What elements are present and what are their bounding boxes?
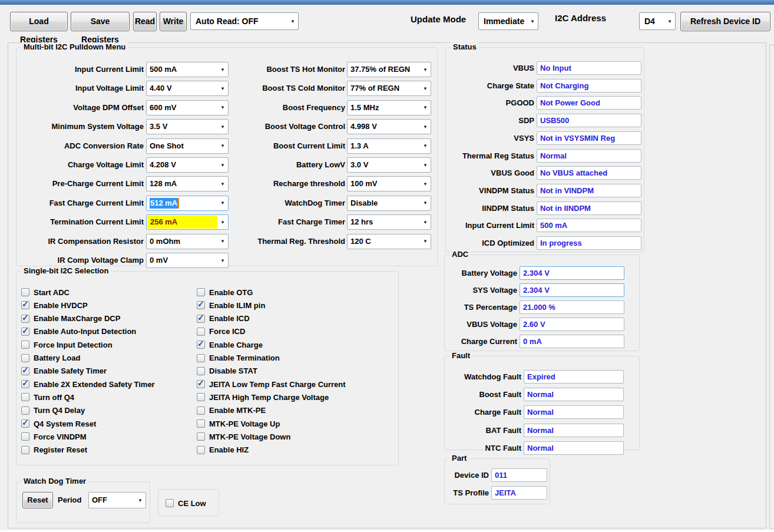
update-mode-label: Update Mode <box>411 14 466 24</box>
dropdown-arrow-icon: ▼ <box>135 498 145 503</box>
recharge-threshold-dropdown[interactable]: 100 mV▼ <box>347 176 431 191</box>
singlebit-group-title: Single-bit I2C Selection <box>21 266 111 275</box>
checkbox-icon: ✓ <box>197 341 205 349</box>
checkbox-icon <box>21 407 29 415</box>
app-window: Load Registers Save Registers Read Write… <box>0 0 774 530</box>
pre-charge-current-limit-value: 128 mA <box>147 177 217 190</box>
checkbox-icon <box>197 432 205 441</box>
checkbox-icon <box>197 354 205 362</box>
update-mode-value: Immediate <box>479 16 527 26</box>
read-button[interactable]: Read <box>133 12 157 31</box>
vsys-value: Not in VSYSMIN Reg <box>537 131 641 145</box>
enable-termination-checkbox[interactable]: Enable Termination <box>197 353 280 364</box>
force-input-detection-checkbox[interactable]: Force Input Detection <box>21 339 113 350</box>
enable-icd-checkbox[interactable]: ✓Enable ICD <box>197 313 250 324</box>
charge-voltage-limit-label: Charge Voltage Limit <box>16 160 144 170</box>
write-button[interactable]: Write <box>160 12 187 31</box>
enable-ilim-pin-label: Enable ILIM pin <box>209 301 265 310</box>
q4-system-reset-checkbox[interactable]: ✓Q4 System Reset <box>21 418 96 429</box>
enable-maxcharge-dcp-checkbox[interactable]: ✓Enable MaxCharge DCP <box>21 313 120 324</box>
enable-auto-input-detection-checkbox[interactable]: ✓Enable Auto-Input Detection <box>21 326 136 337</box>
battery-voltage-value: 2.304 V <box>520 266 624 280</box>
watchdog-period-dropdown[interactable]: OFF ▼ <box>88 492 146 508</box>
watchdog-group-title: Watch Dog Timer <box>21 477 88 485</box>
ir-compensation-resistor-value: 0 mOhm <box>147 235 217 248</box>
boost-ts-hot-monitor-dropdown[interactable]: 37.75% of REGN▼ <box>347 62 431 77</box>
auto-read-dropdown[interactable]: Auto Read: OFF ▼ <box>190 12 299 30</box>
dropdown-arrow-icon: ▼ <box>420 67 431 72</box>
watchdog-reset-button[interactable]: Reset <box>22 492 53 508</box>
enable-hvdcp-checkbox[interactable]: ✓Enable HVDCP <box>21 300 88 310</box>
thermal-reg-threshold-value: 120 C <box>348 235 420 248</box>
check-icon: ✓ <box>197 339 204 348</box>
window-accent-bar <box>0 0 774 5</box>
mtk-pe-voltage-down-checkbox[interactable]: MTK-PE Voltage Down <box>197 431 290 442</box>
check-icon: ✓ <box>197 299 204 309</box>
thermal-reg-threshold-dropdown[interactable]: 120 C▼ <box>347 234 431 249</box>
battery-load-checkbox[interactable]: Battery Load <box>21 353 80 364</box>
turn-q4-delay-checkbox[interactable]: Turn Q4 Delay <box>21 405 85 416</box>
checkbox-icon <box>197 393 205 401</box>
adc-groupbox: ADC Battery Voltage2.304 VSYS Voltage2.3… <box>444 255 640 351</box>
fast-charge-timer-dropdown[interactable]: 12 hrs▼ <box>347 214 431 230</box>
vbus-voltage-label: VBUS Voltage <box>445 319 517 330</box>
turn-off-q4-checkbox[interactable]: Turn off Q4 <box>21 392 74 402</box>
disable-stat-checkbox[interactable]: Disable STAT <box>197 366 257 376</box>
dropdown-arrow-icon: ▼ <box>287 19 298 24</box>
enable-safety-timer-checkbox[interactable]: ✓Enable Safety Timer <box>21 366 107 376</box>
enable-charge-checkbox[interactable]: ✓Enable Charge <box>197 339 263 350</box>
load-registers-button[interactable]: Load Registers <box>10 12 68 31</box>
vbus-good-value: No VBUS attached <box>537 166 641 180</box>
start-adc-checkbox[interactable]: Start ADC <box>21 287 70 298</box>
force-vindpm-checkbox[interactable]: Force VINDPM <box>21 431 87 442</box>
jeita-low-temp-fast-charge-current-checkbox[interactable]: ✓JEITA Low Temp Fast Charge Current <box>197 379 346 389</box>
boost-voltage-control-value: 4.998 V <box>348 120 420 133</box>
watchdog-timer-dropdown[interactable]: Disable▼ <box>347 196 431 211</box>
save-registers-button[interactable]: Save Registers <box>71 12 130 31</box>
watchdog-fault-value: Expired <box>524 370 624 384</box>
enable-otg-checkbox[interactable]: Enable OTG <box>197 287 253 298</box>
ts-profile-label: TS Profile <box>445 488 489 498</box>
ce-low-checkbox[interactable]: CE Low <box>166 498 206 508</box>
thermal-reg-threshold-label: Thermal Reg. Threshold <box>211 236 345 247</box>
boost-current-limit-value: 1.3 A <box>348 140 420 153</box>
boost-frequency-value: 1.5 MHz <box>348 101 420 114</box>
ir-comp-voltage-clamp-dropdown[interactable]: 0 mV▼ <box>146 253 229 268</box>
force-icd-checkbox[interactable]: Force ICD <box>197 326 245 337</box>
register-reset-checkbox[interactable]: Register Reset <box>21 445 87 455</box>
enable-2x-extended-safety-timer-checkbox[interactable]: ✓Enable 2X Extended Safety Timer <box>21 379 155 389</box>
input-current-limit-label: Input Current Limit <box>446 220 534 231</box>
battery-lowv-dropdown[interactable]: 3.0 V▼ <box>347 157 431 173</box>
update-mode-dropdown[interactable]: Immediate ▼ <box>478 12 538 30</box>
recharge-threshold-label: Recharge threshold <box>211 179 345 189</box>
enable-ilim-pin-checkbox[interactable]: ✓Enable ILIM pin <box>197 300 265 310</box>
boost-current-limit-dropdown[interactable]: 1.3 A▼ <box>347 138 431 154</box>
i2c-address-dropdown[interactable]: D4 ▼ <box>639 12 676 30</box>
ntc-fault-value: Normal <box>524 441 624 455</box>
refresh-device-id-button[interactable]: Refresh Device ID <box>680 12 770 31</box>
boost-voltage-control-dropdown[interactable]: 4.998 V▼ <box>347 119 431 134</box>
dropdown-arrow-icon: ▼ <box>420 124 431 130</box>
watchdog-period-value: OFF <box>89 494 135 507</box>
ir-compensation-resistor-label: IR Compensation Resistor <box>16 236 144 247</box>
dropdown-arrow-icon: ▼ <box>420 163 431 168</box>
boost-frequency-label: Boost Frequency <box>211 103 345 113</box>
ts-percentage-label: TS Percentage <box>445 302 517 313</box>
charge-voltage-limit-value: 4.208 V <box>147 158 217 171</box>
right-panel-edge <box>769 45 774 528</box>
pgood-label: PGOOD <box>446 98 534 108</box>
boost-frequency-dropdown[interactable]: 1.5 MHz▼ <box>347 100 431 115</box>
jeita-high-temp-charge-voltage-checkbox[interactable]: JEITA High Temp Charge Voltage <box>197 392 329 402</box>
start-adc-label: Start ADC <box>34 288 70 297</box>
mtk-pe-voltage-up-checkbox[interactable]: MTK-PE Voltage Up <box>197 418 280 429</box>
ntc-fault-label: NTC Fault <box>445 443 521 454</box>
enable-hiz-checkbox[interactable]: Enable HIZ <box>197 445 249 455</box>
fast-charge-timer-label: Fast Charge Timer <box>211 217 345 227</box>
boost-ts-cold-monitor-dropdown[interactable]: 77% of REGN▼ <box>347 81 431 96</box>
enable-mtk-pe-checkbox[interactable]: Enable MTK-PE <box>197 405 266 416</box>
enable-termination-label: Enable Termination <box>209 353 280 362</box>
ts-profile-value: JEITA <box>491 486 547 500</box>
force-vindpm-label: Force VINDPM <box>34 432 87 441</box>
checkbox-icon: ✓ <box>197 380 205 388</box>
input-voltage-limit-value: 4.40 V <box>147 82 217 95</box>
